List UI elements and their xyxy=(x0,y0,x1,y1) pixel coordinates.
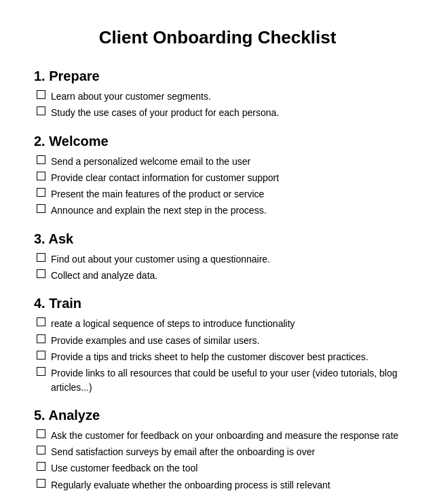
section-heading-prepare: 1. Prepare xyxy=(34,69,401,84)
checkbox-icon[interactable] xyxy=(37,351,45,360)
item-text: reate a logical sequence of steps to int… xyxy=(51,317,295,330)
item-text: Provide examples and use cases of simila… xyxy=(51,334,259,347)
item-text: Study the use cases of your product for … xyxy=(51,106,279,119)
checkbox-icon[interactable] xyxy=(37,253,45,262)
checkbox-icon[interactable] xyxy=(37,429,45,438)
item-text: Provide links to all resources that coul… xyxy=(51,366,401,394)
checkbox-icon[interactable] xyxy=(37,155,45,164)
section-heading-train: 4. Train xyxy=(34,296,401,311)
checkbox-icon[interactable] xyxy=(37,90,45,99)
item-text: Ask the customer for feedback on your on… xyxy=(51,429,398,442)
checklist-item[interactable]: Send a personalized welcome email to the… xyxy=(34,155,401,168)
checkbox-icon[interactable] xyxy=(37,269,45,278)
checklist-item[interactable]: Announce and explain the next step in th… xyxy=(34,203,401,217)
section-prepare: 1. PrepareLearn about your customer segm… xyxy=(34,69,401,120)
checklist-item[interactable]: Regularly evaluate whether the onboardin… xyxy=(34,478,401,492)
checkbox-icon[interactable] xyxy=(37,334,45,343)
checklist-item[interactable]: Learn about your customer segments. xyxy=(34,90,401,103)
item-text: Learn about your customer segments. xyxy=(51,90,211,103)
checklist-item[interactable]: Find out about your customer using a que… xyxy=(34,252,401,266)
checkbox-icon[interactable] xyxy=(37,367,45,376)
checkbox-icon[interactable] xyxy=(37,479,45,488)
checkbox-icon[interactable] xyxy=(37,172,45,180)
item-text: Send satisfaction surveys by email after… xyxy=(51,445,315,459)
item-text: Find out about your customer using a que… xyxy=(51,252,270,266)
section-heading-analyze: 5. Analyze xyxy=(34,408,401,423)
item-text: Provide a tips and tricks sheet to help … xyxy=(51,350,368,364)
item-text: Provide clear contact information for cu… xyxy=(51,171,279,185)
checkbox-icon[interactable] xyxy=(37,106,45,115)
item-text: Present the main features of the product… xyxy=(51,187,264,201)
checklist-item[interactable]: Collect and analyze data. xyxy=(34,269,401,282)
section-heading-welcome: 2. Welcome xyxy=(34,134,401,149)
checkbox-icon[interactable] xyxy=(37,188,45,197)
checkbox-icon[interactable] xyxy=(37,446,45,454)
checkbox-icon[interactable] xyxy=(37,462,45,471)
checklist-item[interactable]: Send satisfaction surveys by email after… xyxy=(34,445,401,459)
section-train: 4. Trainreate a logical sequence of step… xyxy=(34,296,401,393)
item-text: Announce and explain the next step in th… xyxy=(51,203,267,217)
page-title: Client Onboarding Checklist xyxy=(34,27,401,48)
checklist-item[interactable]: Use customer feedback on the tool xyxy=(34,461,401,475)
section-ask: 3. AskFind out about your customer using… xyxy=(34,231,401,283)
checklist-item[interactable]: Ask the customer for feedback on your on… xyxy=(34,429,401,442)
checkbox-icon[interactable] xyxy=(37,204,45,213)
item-text: Use customer feedback on the tool xyxy=(51,461,197,475)
section-welcome: 2. WelcomeSend a personalized welcome em… xyxy=(34,134,401,218)
section-heading-ask: 3. Ask xyxy=(34,231,401,247)
item-text: Send a personalized welcome email to the… xyxy=(51,155,250,168)
section-analyze: 5. AnalyzeAsk the customer for feedback … xyxy=(34,408,401,492)
checklist-item[interactable]: Study the use cases of your product for … xyxy=(34,106,401,119)
checklist-item[interactable]: Provide clear contact information for cu… xyxy=(34,171,401,185)
item-text: Regularly evaluate whether the onboardin… xyxy=(51,478,330,492)
checklist-item[interactable]: Provide a tips and tricks sheet to help … xyxy=(34,350,401,364)
checklist-item[interactable]: Provide examples and use cases of simila… xyxy=(34,334,401,347)
checkbox-icon[interactable] xyxy=(37,317,45,326)
item-text: Collect and analyze data. xyxy=(51,269,157,282)
checklist-item[interactable]: Present the main features of the product… xyxy=(34,187,401,201)
checklist-item[interactable]: reate a logical sequence of steps to int… xyxy=(34,317,401,330)
checklist-container: 1. PrepareLearn about your customer segm… xyxy=(34,69,401,504)
checklist-item[interactable]: Provide links to all resources that coul… xyxy=(34,366,401,394)
